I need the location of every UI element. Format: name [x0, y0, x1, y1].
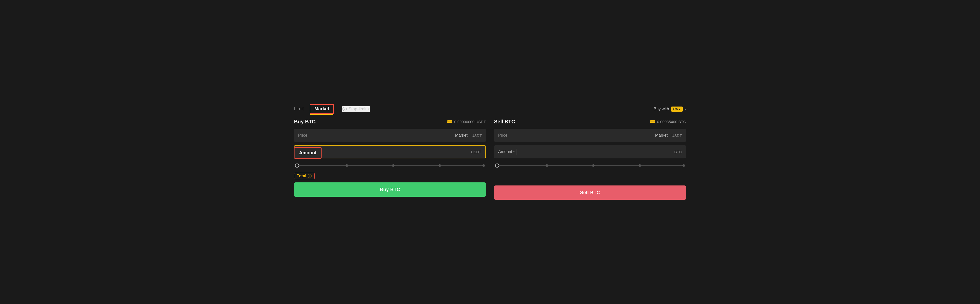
buy-slider-dot-3	[438, 164, 441, 167]
buy-with-label: Buy with	[654, 107, 669, 111]
buy-balance-value: 0.00000000 USDT	[454, 120, 486, 124]
sell-price-label: Price	[498, 133, 655, 138]
buy-slider-handle[interactable]	[295, 163, 299, 168]
sell-slider-dot-2	[592, 164, 595, 167]
card-icon: 💳	[447, 119, 452, 124]
buy-total-input-row[interactable]: Total ▾ USDT	[294, 145, 486, 158]
buy-slider-dot-2	[392, 164, 395, 167]
buy-total-currency: USDT	[469, 150, 481, 154]
sell-price-currency: USDT	[670, 133, 682, 138]
sell-panel-header: Sell BTC 💳 0.00035400 BTC	[494, 119, 686, 125]
buy-total-label-box: Total i	[294, 173, 315, 179]
sell-price-market: Market	[655, 133, 668, 138]
sell-amount-chevron-icon: ▾	[513, 150, 514, 153]
sell-btc-button[interactable]: Sell BTC	[494, 186, 686, 200]
sell-slider-dot-4	[682, 164, 685, 167]
buy-panel-header: Buy BTC 💳 0.00000000 USDT	[294, 119, 486, 125]
sell-amount-input-row[interactable]: Amount ▾ BTC	[494, 145, 686, 158]
sell-amount-currency: BTC	[670, 150, 682, 154]
buy-slider-row[interactable]	[294, 162, 486, 170]
sell-amount-dropdown-label: Amount	[498, 149, 512, 154]
sell-slider-dot-3	[638, 164, 641, 167]
trade-panels: Buy BTC 💳 0.00000000 USDT Price Market U…	[294, 119, 686, 200]
sell-balance-info: 💳 0.00035400 BTC	[650, 119, 686, 124]
tab-limit[interactable]: Limit	[294, 105, 304, 113]
sell-slider-handle[interactable]	[495, 163, 499, 168]
buy-panel-title: Buy BTC	[294, 119, 315, 125]
buy-slider-dot-1	[345, 164, 348, 167]
buy-balance-info: 💳 0.00000000 USDT	[447, 119, 486, 124]
buy-amount-popup[interactable]: Amount	[294, 147, 321, 158]
sell-slider-track[interactable]	[499, 165, 685, 166]
buy-price-row: Price Market USDT	[294, 129, 486, 142]
sell-panel: Sell BTC 💳 0.00035400 BTC Price Market U…	[494, 119, 686, 200]
stop-limit-button[interactable]: i Stop-limit ▾	[342, 106, 370, 112]
buy-total-input[interactable]	[314, 149, 469, 154]
sell-price-right: Market USDT	[655, 133, 682, 138]
sell-slider-row[interactable]	[494, 162, 686, 170]
buy-panel: Buy BTC 💳 0.00000000 USDT Price Market U…	[294, 119, 486, 200]
buy-with-cny-button[interactable]: Buy with CNY ›	[654, 107, 686, 112]
chevron-down-icon: ▾	[368, 107, 369, 111]
buy-price-currency: USDT	[469, 133, 482, 138]
sell-amount-dropdown[interactable]: Amount ▾	[498, 149, 514, 154]
sell-price-row: Price Market USDT	[494, 129, 686, 142]
buy-btc-button[interactable]: Buy BTC	[294, 182, 486, 197]
buy-total-info-label: Total	[297, 174, 306, 178]
buy-total-info-icon: i	[308, 174, 312, 178]
sell-slider-dot-1	[546, 164, 548, 167]
sell-spacer	[494, 173, 686, 182]
tab-market[interactable]: Market	[310, 104, 334, 114]
buy-slider-track[interactable]	[299, 165, 485, 166]
sell-card-icon: 💳	[650, 119, 655, 124]
buy-slider-dot-4	[482, 164, 485, 167]
sell-balance-value: 0.00035400 BTC	[657, 120, 686, 124]
info-circle-icon: i	[342, 107, 347, 111]
tab-row: Limit Market i Stop-limit ▾ Buy with CNY…	[294, 104, 686, 114]
sell-panel-title: Sell BTC	[494, 119, 515, 125]
buy-price-label: Price	[298, 133, 455, 138]
buy-price-market: Market	[455, 133, 468, 138]
buy-price-right: Market USDT	[455, 133, 482, 138]
sell-amount-input[interactable]	[519, 149, 670, 154]
cny-badge: CNY	[671, 107, 683, 112]
stop-limit-label: Stop-limit	[348, 107, 366, 112]
chevron-right-icon: ›	[685, 107, 686, 111]
buy-amount-popup-label: Amount	[299, 150, 317, 155]
buy-total-info-row: Total i	[294, 173, 486, 179]
